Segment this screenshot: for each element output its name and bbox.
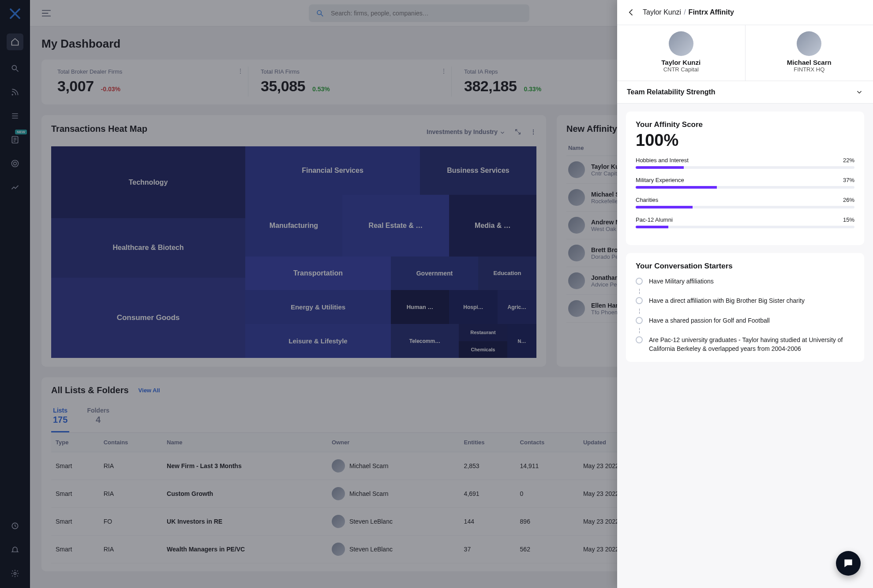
- team-strength-toggle[interactable]: Team Relatability Strength: [617, 81, 873, 104]
- conversation-starter[interactable]: Are Pac-12 university graduates - Taylor…: [636, 335, 854, 354]
- back-icon[interactable]: [627, 8, 636, 17]
- conversation-starter[interactable]: Have Military affiliations: [636, 277, 854, 286]
- radio-icon: [636, 317, 643, 324]
- person-card-2: Michael Scarn FINTRX HQ: [746, 25, 873, 81]
- score-bar-row: Charities26%: [636, 197, 854, 208]
- affinity-score-card: Your Affinity Score 100% Hobbies and Int…: [626, 112, 864, 245]
- conversation-starter[interactable]: Have a shared passion for Golf and Footb…: [636, 316, 854, 325]
- chevron-down-icon: [855, 88, 863, 96]
- radio-icon: [636, 336, 643, 343]
- chat-fab[interactable]: [836, 551, 861, 576]
- score-bar-row: Pac-12 Alumni15%: [636, 216, 854, 228]
- affinity-score-value: 100%: [636, 131, 854, 150]
- avatar: [669, 31, 693, 56]
- conversation-starter[interactable]: Have a direct affiliation with Big Broth…: [636, 296, 854, 305]
- breadcrumb: Taylor Kunzi/Fintrx Affinity: [643, 8, 734, 16]
- person-card-1: Taylor Kunzi CNTR Capital: [617, 25, 746, 81]
- avatar: [797, 31, 821, 56]
- radio-icon: [636, 297, 643, 304]
- radio-icon: [636, 278, 643, 285]
- affinity-detail-panel: Taylor Kunzi/Fintrx Affinity Taylor Kunz…: [617, 0, 873, 588]
- chat-icon: [843, 558, 854, 569]
- score-bar-row: Hobbies and Interest22%: [636, 157, 854, 169]
- score-bar-row: Military Experience37%: [636, 177, 854, 189]
- conversation-starters-card: Your Conversation Starters Have Military…: [626, 253, 864, 362]
